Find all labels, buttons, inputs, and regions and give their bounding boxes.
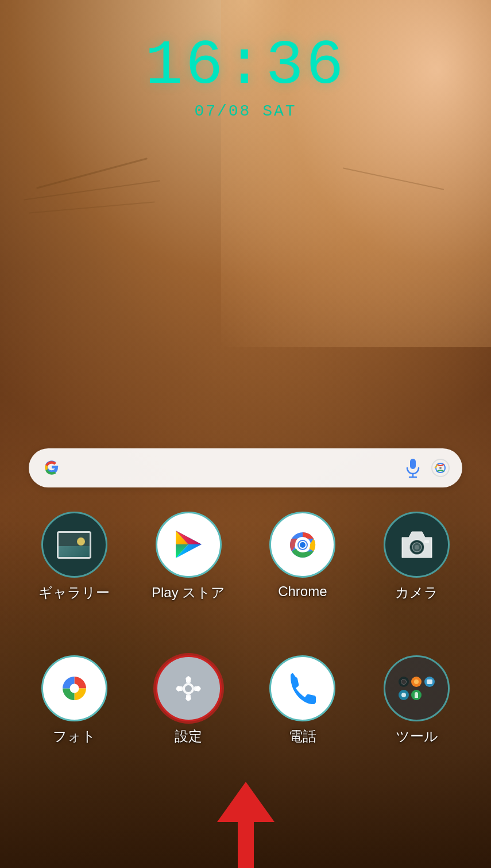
tool-2 — [411, 677, 422, 687]
home-screen: 16:36 07/08 SAT — [0, 0, 491, 868]
playstore-icon — [156, 512, 222, 578]
svg-point-15 — [300, 542, 306, 548]
search-bar[interactable] — [29, 448, 462, 487]
phone-label: 電話 — [289, 727, 316, 746]
camera-icon — [384, 512, 450, 578]
microphone-icon[interactable] — [403, 458, 423, 478]
arrow-head — [217, 782, 275, 822]
chrome-icon — [269, 512, 335, 578]
svg-point-5 — [439, 467, 442, 469]
tool-3 — [424, 677, 435, 687]
app-photos[interactable]: フォト — [25, 655, 123, 746]
tools-grid — [396, 674, 438, 703]
tool-4 — [399, 690, 409, 700]
camera-label: カメラ — [395, 583, 438, 602]
app-settings[interactable]: 設定 — [140, 655, 237, 746]
clock-time: 16:36 — [0, 34, 491, 98]
tool-5 — [411, 690, 422, 700]
tool-1 — [399, 677, 409, 687]
app-tools[interactable]: ツール — [368, 655, 466, 746]
photos-icon — [41, 655, 107, 721]
arrow-body — [238, 822, 254, 868]
svg-point-20 — [69, 684, 79, 693]
app-phone[interactable]: 電話 — [254, 655, 351, 746]
app-playstore[interactable]: Play ストア — [140, 512, 237, 602]
phone-icon — [269, 655, 335, 721]
app-camera[interactable]: カメラ — [368, 512, 466, 602]
apps-row-1: ギャラリー — [0, 512, 491, 602]
photos-label: フォト — [53, 727, 96, 746]
app-gallery[interactable]: ギャラリー — [25, 512, 123, 602]
tools-label: ツール — [396, 727, 438, 746]
svg-point-22 — [185, 685, 192, 692]
apps-row-2: フォト — [0, 655, 491, 746]
clock-date: 07/08 SAT — [0, 102, 491, 120]
gallery-icon-inner — [57, 531, 91, 559]
svg-rect-19 — [424, 540, 429, 543]
svg-point-18 — [415, 545, 419, 550]
app-chrome[interactable]: Chrome — [254, 512, 351, 600]
clock-container: 16:36 07/08 SAT — [0, 34, 491, 120]
lens-icon[interactable] — [430, 458, 451, 478]
playstore-label: Play ストア — [152, 583, 225, 602]
google-logo — [40, 456, 63, 479]
chrome-label: Chrome — [278, 583, 327, 600]
tools-icon — [384, 655, 450, 721]
gallery-icon — [41, 512, 107, 578]
gallery-label: ギャラリー — [38, 583, 110, 602]
svg-rect-1 — [410, 459, 416, 469]
settings-icon — [156, 655, 222, 721]
settings-label: 設定 — [175, 727, 202, 746]
red-arrow — [217, 782, 275, 868]
